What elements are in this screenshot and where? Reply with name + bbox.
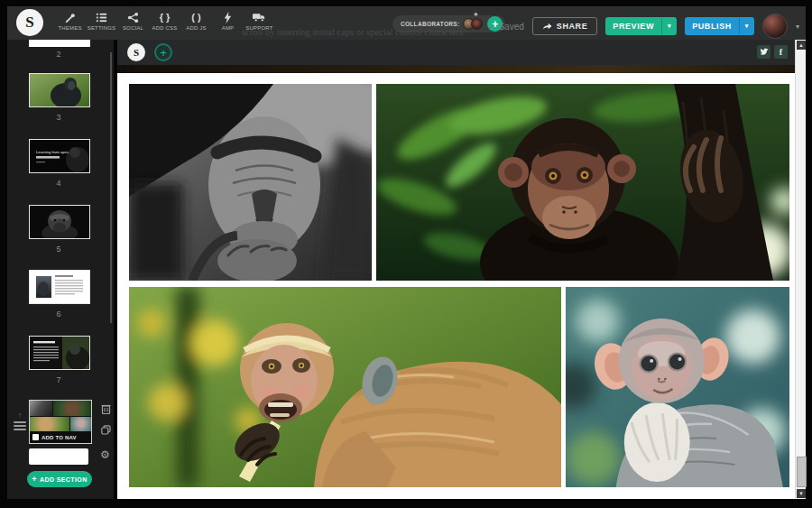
chevron-down-icon: ▾ <box>668 23 671 29</box>
collaborator-avatar[interactable]: ★ <box>471 18 483 30</box>
publish-label: PUBLISH <box>685 17 739 35</box>
mini-bonnet-macaque <box>70 417 91 431</box>
photo-grid <box>129 84 789 487</box>
drag-handle-icon <box>14 421 26 430</box>
add-section-button[interactable]: + ADD SECTION <box>27 471 92 487</box>
preview-button[interactable]: PREVIEW ▾ <box>605 17 677 35</box>
toque-macaque-photo[interactable] <box>129 287 561 487</box>
user-avatar[interactable] <box>762 14 788 39</box>
site-page <box>117 73 795 499</box>
add-css-label: ADD CSS <box>149 25 180 31</box>
trash-icon <box>101 403 111 414</box>
preview-label: PREVIEW <box>605 17 661 35</box>
page-number: 3 <box>29 113 88 122</box>
sidebar-scrollbar[interactable] <box>110 52 112 323</box>
scrollbar-thumb[interactable] <box>797 457 807 487</box>
account-menu-chevron[interactable]: ▾ <box>796 23 799 31</box>
preview-dropdown[interactable]: ▾ <box>661 18 677 34</box>
collaborators-label: COLLABORATORS: <box>401 21 459 27</box>
section-drag-handle[interactable]: ↑ <box>14 411 26 432</box>
add-section-label: ADD SECTION <box>40 476 88 483</box>
add-to-nav-checkbox[interactable] <box>32 434 39 440</box>
twitter-button[interactable] <box>757 45 770 59</box>
section-settings-button[interactable]: ⚙ <box>100 448 110 461</box>
share-arrow-icon <box>542 22 552 31</box>
bonnet-macaque-photo[interactable] <box>566 287 789 487</box>
active-section-preview <box>30 401 91 431</box>
topbar-right-controls: ✓ Saved SHARE PREVIEW ▾ PUBLISH ▾ ▾ <box>488 14 799 39</box>
mini-macaque <box>30 417 69 431</box>
active-section-thumbnail[interactable]: ADD TO NAV <box>29 400 92 444</box>
amp-label: AMP <box>212 25 244 31</box>
truck-icon <box>244 10 275 24</box>
gear-icon: ⚙ <box>100 448 110 461</box>
scroll-down-arrow[interactable]: ▼ <box>797 489 806 498</box>
page-number: 2 <box>29 50 88 59</box>
page-number: 6 <box>29 309 88 319</box>
move-up-icon[interactable]: ↑ <box>14 411 26 420</box>
page-thumbnail-7[interactable] <box>29 336 90 370</box>
page-number: 4 <box>29 179 88 188</box>
chevron-down-icon: ▾ <box>745 23 749 29</box>
section-actions <box>100 402 112 436</box>
themes-label: THEMES <box>54 25 86 31</box>
delete-section-button[interactable] <box>100 402 112 414</box>
site-navbar: S + f <box>117 40 795 65</box>
page-number: 5 <box>29 245 88 254</box>
add-css-button[interactable]: { } ADD CSS <box>149 10 180 31</box>
app-logo[interactable]: S <box>16 9 43 36</box>
main-scrollbar[interactable]: ▲ ▼ <box>795 40 806 499</box>
twitter-icon <box>760 48 769 56</box>
settings-button[interactable]: SETTINGS <box>86 10 117 31</box>
page-thumbnail-3[interactable] <box>29 73 90 107</box>
page-thumbnail-5[interactable] <box>29 205 90 239</box>
page-thumbnail-2[interactable] <box>29 40 90 47</box>
settings-label: SETTINGS <box>86 25 117 31</box>
amp-button[interactable]: AMP <box>212 10 244 31</box>
scroll-up-arrow[interactable]: ▲ <box>797 41 806 50</box>
parentheses-icon: ( ) <box>180 10 212 24</box>
site-logo: S <box>127 43 145 61</box>
add-nav-item-button[interactable]: + <box>154 43 172 61</box>
chimpanzee-photo[interactable] <box>376 84 789 281</box>
add-js-button[interactable]: ( ) ADD JS <box>180 10 212 31</box>
page-number: 7 <box>29 375 88 384</box>
mini-chimp <box>53 401 91 416</box>
chevron-down-icon: ▾ <box>796 23 799 31</box>
gorilla-bw-photo[interactable] <box>129 84 372 281</box>
page-thumbnail-6[interactable] <box>29 270 90 304</box>
plus-icon: + <box>160 46 167 60</box>
social-button[interactable]: SOCIAL <box>117 10 149 31</box>
facebook-button[interactable]: f <box>774 45 788 59</box>
save-status: ✓ Saved <box>488 22 524 32</box>
brush-icon <box>54 10 86 24</box>
list-icon <box>86 10 117 24</box>
plus-icon: + <box>32 475 37 484</box>
section-name-input[interactable] <box>29 448 88 465</box>
share-label: SHARE <box>557 22 588 31</box>
themes-button[interactable]: THEMES <box>54 10 86 31</box>
add-to-nav-label: ADD TO NAV <box>42 435 77 440</box>
facebook-icon: f <box>780 47 782 57</box>
editor-canvas: S + f <box>117 40 806 499</box>
saved-label: Saved <box>498 22 523 32</box>
page-thumbnail-4[interactable]: Learning from apes <box>29 139 90 173</box>
check-icon: ✓ <box>488 22 495 32</box>
obscured-caption-text: scroll by inserting initial caps or spec… <box>242 27 466 37</box>
slide-caption: Learning from apes <box>36 150 69 154</box>
lightning-icon <box>212 10 244 24</box>
duplicate-section-button[interactable] <box>100 424 112 436</box>
publish-dropdown[interactable]: ▾ <box>739 18 754 34</box>
pages-sidebar: 2 3 Learning from apes 4 <box>7 40 114 499</box>
braces-icon: { } <box>149 10 180 24</box>
publish-button[interactable]: PUBLISH ▾ <box>685 17 754 35</box>
star-icon: ★ <box>473 11 478 18</box>
add-js-label: ADD JS <box>180 25 212 31</box>
add-to-nav-row: ADD TO NAV <box>30 431 91 443</box>
social-label: SOCIAL <box>117 25 149 31</box>
app-frame: S THEMES SETTINGS SOCIAL { <box>0 0 812 508</box>
share-button[interactable]: SHARE <box>532 17 598 35</box>
share-nodes-icon <box>117 10 149 24</box>
hero-image-edge <box>117 65 795 73</box>
mini-gorilla-bw <box>30 401 52 416</box>
